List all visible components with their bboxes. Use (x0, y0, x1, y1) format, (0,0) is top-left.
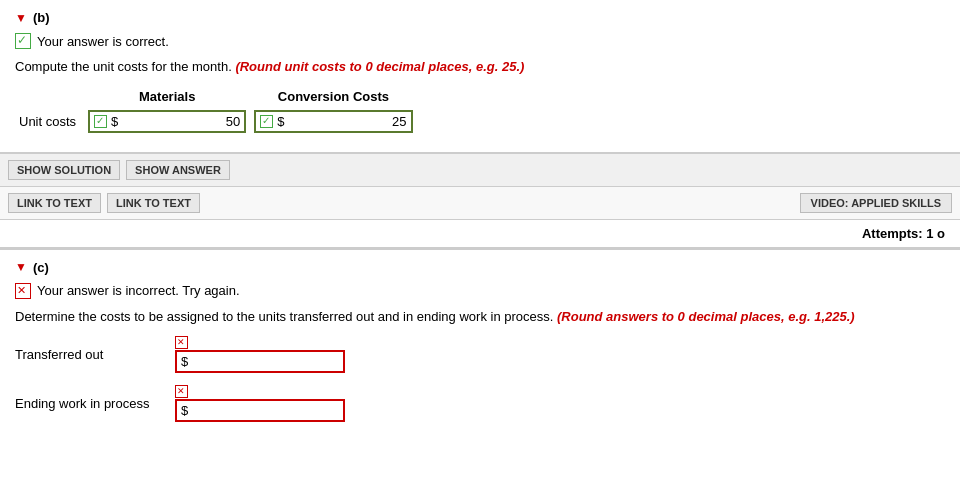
unit-costs-table-container: Materials Conversion Costs Unit costs $ (15, 87, 945, 135)
ending-work-row: Ending work in process $ (15, 385, 945, 422)
instructions-c-highlight: (Round answers to 0 decimal places, e.g.… (557, 309, 855, 324)
incorrect-x-icon (15, 283, 31, 299)
collapse-arrow-c-icon[interactable]: ▼ (15, 260, 27, 274)
materials-input-wrapper: $ (88, 110, 246, 133)
materials-check-icon (94, 115, 107, 128)
unit-costs-label: Unit costs (15, 108, 84, 135)
correct-check-icon (15, 33, 31, 49)
materials-input[interactable] (120, 114, 240, 129)
attempts-text: Attempts: 1 o (862, 226, 945, 241)
conversion-input-wrapper: $ (254, 110, 412, 133)
section-c: ▼ (c) Your answer is incorrect. Try agai… (0, 250, 960, 450)
conversion-check-icon (260, 115, 273, 128)
conversion-dollar: $ (277, 114, 284, 129)
unit-costs-table: Materials Conversion Costs Unit costs $ (15, 87, 417, 135)
col1-input-cell: $ (84, 108, 250, 135)
transferred-out-row: Transferred out $ (15, 336, 945, 373)
link-to-text-button-2[interactable]: LINK TO TEXT (107, 193, 200, 213)
correct-message: Your answer is correct. (37, 34, 169, 49)
transferred-out-input[interactable] (190, 354, 330, 369)
ending-work-input-wrap: $ (175, 385, 345, 422)
incorrect-row: Your answer is incorrect. Try again. (15, 283, 945, 299)
show-solution-button[interactable]: SHOW SOLUTION (8, 160, 120, 180)
ending-work-dollar: $ (181, 403, 188, 418)
ending-work-label: Ending work in process (15, 396, 175, 411)
section-c-header: ▼ (c) (15, 260, 945, 275)
transferred-out-x-icon (175, 336, 188, 349)
link-to-text-button-1[interactable]: LINK TO TEXT (8, 193, 101, 213)
transferred-out-input-cell: $ (175, 350, 345, 373)
conversion-input[interactable] (287, 114, 407, 129)
ending-work-x-icon (175, 385, 188, 398)
instructions-c: Determine the costs to be assigned to th… (15, 307, 945, 327)
link-row-left: LINK TO TEXT LINK TO TEXT (8, 193, 206, 213)
instructions-prefix: Compute the unit costs for the month. (15, 59, 232, 74)
correct-row: Your answer is correct. (15, 33, 945, 49)
toolbar-b: SHOW SOLUTION SHOW ANSWER (0, 153, 960, 187)
section-b-label: (b) (33, 10, 50, 25)
video-applied-skills-button[interactable]: VIDEO: APPLIED SKILLS (800, 193, 952, 213)
collapse-arrow-icon[interactable]: ▼ (15, 11, 27, 25)
transferred-out-dollar: $ (181, 354, 188, 369)
transferred-out-label: Transferred out (15, 347, 175, 362)
link-row-b: LINK TO TEXT LINK TO TEXT VIDEO: APPLIED… (0, 187, 960, 220)
ending-work-input-cell: $ (175, 399, 345, 422)
col2-input-cell: $ (250, 108, 416, 135)
show-answer-button[interactable]: SHOW ANSWER (126, 160, 230, 180)
col1-header: Materials (84, 87, 250, 108)
section-b-header: ▼ (b) (15, 10, 945, 25)
section-b: ▼ (b) Your answer is correct. Compute th… (0, 0, 960, 153)
instructions-b: Compute the unit costs for the month. (R… (15, 57, 945, 77)
section-c-label: (c) (33, 260, 49, 275)
col2-header: Conversion Costs (250, 87, 416, 108)
materials-dollar: $ (111, 114, 118, 129)
ending-work-input[interactable] (190, 403, 330, 418)
instructions-c-prefix: Determine the costs to be assigned to th… (15, 309, 553, 324)
attempts-row-b: Attempts: 1 o (0, 220, 960, 248)
instructions-highlight: (Round unit costs to 0 decimal places, e… (235, 59, 524, 74)
transferred-out-input-wrap: $ (175, 336, 345, 373)
incorrect-message: Your answer is incorrect. Try again. (37, 283, 240, 298)
